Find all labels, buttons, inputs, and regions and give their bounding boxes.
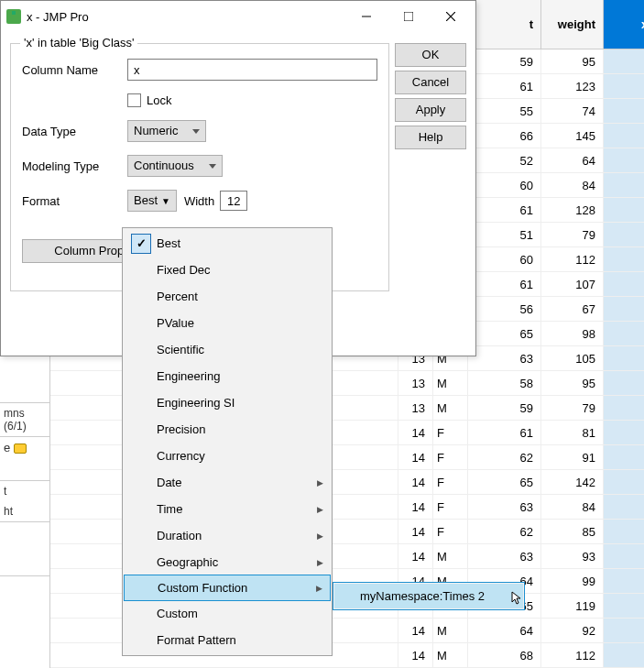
folder-row: e — [0, 437, 49, 481]
app-icon — [6, 9, 21, 24]
label-lock: Lock — [147, 93, 171, 107]
format-menu-item[interactable]: Custom Function — [124, 575, 331, 601]
col-header-height[interactable]: t — [507, 0, 541, 49]
lock-checkbox[interactable] — [127, 93, 141, 107]
ok-button[interactable]: OK — [395, 43, 466, 67]
format-menu-item[interactable]: Currency — [124, 443, 331, 469]
svg-rect-1 — [404, 12, 413, 21]
format-menu-item[interactable]: Engineering — [124, 363, 331, 389]
help-button[interactable]: Help — [395, 126, 466, 149]
titlebar: x - JMP Pro — [1, 1, 475, 32]
col-header-x[interactable]: x — [604, 0, 644, 49]
modeling-type-combo[interactable]: Continuous — [127, 155, 223, 177]
format-menu-item[interactable]: Percent — [124, 283, 331, 310]
label-data-type: Data Type — [22, 125, 127, 138]
format-menu-item[interactable]: Date — [124, 469, 331, 496]
col-header-weight[interactable]: weight — [541, 0, 604, 49]
format-menu-item[interactable]: Time — [124, 496, 331, 522]
data-type-combo[interactable]: Numeric — [127, 120, 206, 142]
custom-function-submenu[interactable]: myNamespace:Times 2 — [333, 582, 525, 610]
window-title: x - JMP Pro — [27, 10, 345, 24]
cancel-button[interactable]: Cancel — [395, 71, 466, 94]
width-input[interactable] — [220, 191, 247, 211]
format-dropdown-menu[interactable]: BestFixed DecPercentPValueScientificEngi… — [122, 227, 333, 656]
format-menu-item[interactable]: PValue — [124, 310, 331, 336]
format-menu-item[interactable]: Precision — [124, 416, 331, 443]
format-menu-item[interactable]: Format Pattern — [124, 627, 331, 653]
submenu-item-times2[interactable]: myNamespace:Times 2 — [334, 584, 523, 608]
format-menu-item[interactable]: Engineering SI — [124, 389, 331, 416]
maximize-button[interactable] — [387, 3, 430, 30]
folder-icon — [14, 444, 27, 454]
apply-button[interactable]: Apply — [395, 98, 466, 122]
format-menu-item[interactable]: Duration — [124, 522, 331, 549]
format-menu-item[interactable]: Fixed Dec — [124, 257, 331, 283]
label-modeling-type: Modeling Type — [22, 159, 127, 173]
fieldset-legend: 'x' in table 'Big Class' — [20, 36, 137, 49]
label-column-name: Column Name — [22, 63, 127, 77]
column-name-input[interactable] — [127, 59, 377, 81]
format-menu-item[interactable]: Geographic — [124, 549, 331, 575]
panel-item-2[interactable]: ht — [0, 501, 49, 521]
format-menu-item[interactable]: Best — [124, 230, 331, 257]
format-button[interactable]: Best▼ — [127, 190, 177, 212]
close-button[interactable] — [430, 3, 472, 30]
label-width: Width — [184, 194, 214, 208]
format-menu-item[interactable]: Custom — [124, 600, 331, 627]
format-menu-item[interactable]: Scientific — [124, 336, 331, 363]
minimize-button[interactable] — [345, 3, 387, 30]
panel-item-1[interactable]: t — [0, 481, 49, 501]
columns-panel-header: mns (6/1) — [0, 403, 49, 437]
label-format: Format — [22, 194, 127, 208]
